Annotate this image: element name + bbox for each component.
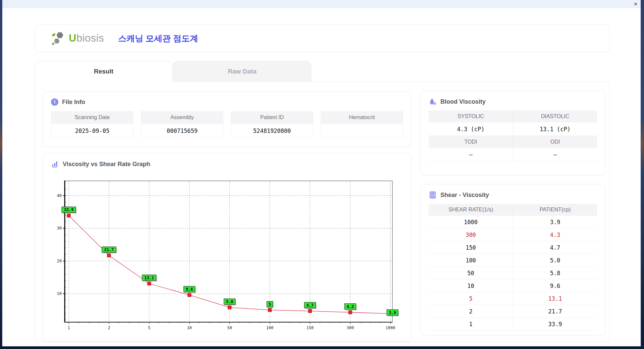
graph-card: Viscosity vs Shear Rate Graph 1020304012… xyxy=(43,153,412,342)
blood-viscosity-card: Blood Viscosity SYSTOLICDIASTOLIC4.3 (cP… xyxy=(420,91,605,175)
graph-title: Viscosity vs Shear Rate Graph xyxy=(63,161,150,168)
file-info-card: i File Info Scanning Date2025-09-05Assem… xyxy=(43,91,412,147)
ubiosis-logo-mark xyxy=(51,31,65,46)
svg-text:10: 10 xyxy=(187,326,192,330)
blood-viscosity-title: Blood Viscosity xyxy=(440,98,486,105)
blood-metric-header-row: SYSTOLICDIASTOLIC xyxy=(429,110,597,122)
bar-chart-icon xyxy=(51,160,59,168)
patient-cell: 9.6 xyxy=(513,280,597,292)
droplet-icon xyxy=(429,98,437,106)
file-info-field: Assembly000715659 xyxy=(141,111,223,138)
svg-text:21.7: 21.7 xyxy=(104,247,114,252)
tab-raw-data[interactable]: Raw Data xyxy=(173,61,311,82)
shear-rate-cell: 1000 xyxy=(429,216,513,229)
svg-text:5: 5 xyxy=(148,326,150,330)
svg-text:33.9: 33.9 xyxy=(64,207,74,212)
blood-metric-value-row: 4.3 (cP)13.1 (cP) xyxy=(429,122,597,136)
logo-text-u: U xyxy=(69,32,76,44)
shear-table-row: 505.8 xyxy=(429,267,597,280)
file-info-field-label: Assembly xyxy=(141,111,223,124)
app-window: ✕ Ubiosis 스캐닝 모세관 점도계 Result Raw Data i … xyxy=(2,0,641,346)
svg-text:5.8: 5.8 xyxy=(226,299,233,304)
blood-viscosity-table: SYSTOLICDIASTOLIC4.3 (cP)13.1 (cP)TODIOD… xyxy=(421,110,605,161)
patient-cell: 3.9 xyxy=(513,216,597,229)
file-info-field-value xyxy=(321,124,403,138)
svg-text:50: 50 xyxy=(227,326,232,330)
file-info-title: File Info xyxy=(62,99,85,106)
file-info-field-label: Scanning Date xyxy=(51,111,133,124)
blood-metric-label: SYSTOLIC xyxy=(429,110,513,122)
blood-metric-value: – xyxy=(513,148,597,161)
shear-viscosity-card: Shear - Viscosity SHEAR RATE(1/s) PATIEN… xyxy=(420,184,605,336)
svg-text:4.3: 4.3 xyxy=(346,304,354,309)
patient-cell: 5.0 xyxy=(513,254,597,267)
patient-cell: 4.7 xyxy=(513,241,597,254)
shear-rate-cell: 50 xyxy=(429,267,513,280)
svg-text:40: 40 xyxy=(57,193,62,198)
svg-text:5: 5 xyxy=(269,302,271,307)
file-info-field-label: Hematocrit xyxy=(321,111,403,124)
patient-cell: 33.9 xyxy=(513,318,597,331)
info-icon: i xyxy=(51,98,58,106)
svg-text:10: 10 xyxy=(57,291,62,296)
logo-text-rest: biosis xyxy=(76,32,104,44)
result-panel: i File Info Scanning Date2025-09-05Assem… xyxy=(35,82,610,342)
svg-text:2: 2 xyxy=(108,326,110,330)
logo: Ubiosis xyxy=(51,31,104,46)
shear-table-row: 221.7 xyxy=(429,305,597,318)
patient-cell: 5.8 xyxy=(513,267,597,280)
blood-metric-label: DIASTOLIC xyxy=(513,110,597,122)
blood-metric-value: – xyxy=(429,148,513,161)
close-icon[interactable]: ✕ xyxy=(631,0,641,8)
svg-text:13.1: 13.1 xyxy=(144,276,154,280)
tab-raw-data-label: Raw Data xyxy=(228,68,257,75)
tab-result[interactable]: Result xyxy=(35,61,172,82)
svg-text:4.7: 4.7 xyxy=(306,303,314,308)
file-info-field-label: Patient ID xyxy=(231,111,313,124)
window-titlebar: ✕ xyxy=(2,0,641,8)
shear-rate-cell: 5 xyxy=(429,292,513,305)
calculator-icon xyxy=(429,191,437,199)
patient-cell: 13.1 xyxy=(513,292,597,305)
tab-result-label: Result xyxy=(94,68,113,75)
shear-rate-cell: 100 xyxy=(429,254,513,267)
shear-rate-cell: 150 xyxy=(429,241,513,254)
shear-table-row: 1504.7 xyxy=(429,241,597,254)
file-info-field-value: 2025-09-05 xyxy=(51,124,133,138)
file-info-field-value: 000715659 xyxy=(141,124,223,138)
app-title: 스캐닝 모세관 점도계 xyxy=(118,33,198,44)
shear-table-row: 109.6 xyxy=(429,280,597,292)
file-info-fields: Scanning Date2025-09-05Assembly000715659… xyxy=(43,110,411,138)
shear-rate-header: SHEAR RATE(1/s) xyxy=(429,204,513,216)
shear-table-header-row: SHEAR RATE(1/s) PATIENT(cp) xyxy=(429,204,597,216)
shear-table-body: 10003.93004.31504.71005.0505.8109.6513.1… xyxy=(421,216,605,331)
svg-text:100: 100 xyxy=(266,326,274,330)
shear-table-row: 3004.3 xyxy=(429,229,597,241)
shear-rate-cell: 2 xyxy=(429,305,513,318)
svg-text:3.9: 3.9 xyxy=(389,310,396,315)
shear-table-row: 10003.9 xyxy=(429,216,597,229)
shear-table-row: 1005.0 xyxy=(429,254,597,267)
patient-cell: 21.7 xyxy=(513,305,597,318)
svg-text:300: 300 xyxy=(346,326,354,330)
blood-metric-label: ODI xyxy=(513,136,597,148)
blood-metric-value: 13.1 (cP) xyxy=(513,122,597,136)
shear-rate-cell: 300 xyxy=(429,229,513,241)
file-info-field-value: 52481920800 xyxy=(231,124,313,138)
header-card: Ubiosis 스캐닝 모세관 점도계 xyxy=(35,24,610,52)
svg-text:1000: 1000 xyxy=(386,326,395,330)
shear-table-row: 513.1 xyxy=(429,292,597,305)
blood-metric-value: 4.3 (cP) xyxy=(429,122,513,136)
svg-text:150: 150 xyxy=(306,326,314,330)
blood-metric-value-row: –– xyxy=(429,148,597,161)
svg-text:1: 1 xyxy=(67,326,70,330)
file-info-field: Patient ID52481920800 xyxy=(231,111,313,138)
patient-header: PATIENT(cp) xyxy=(513,204,597,216)
file-info-field: Hematocrit xyxy=(321,111,403,138)
shear-table-row: 133.9 xyxy=(429,318,597,331)
shear-viscosity-title: Shear - Viscosity xyxy=(440,192,489,199)
blood-metric-label: TODI xyxy=(429,136,513,148)
viscosity-chart-svg: 102030401251050100150300100033.921.713.1… xyxy=(53,176,404,337)
patient-cell: 4.3 xyxy=(513,229,597,241)
shear-rate-cell: 1 xyxy=(429,318,513,331)
